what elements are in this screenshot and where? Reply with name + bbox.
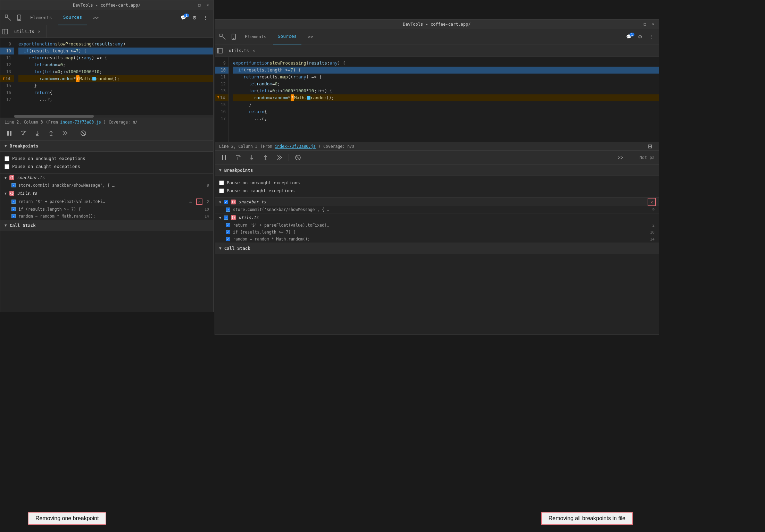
step-btn-right[interactable] <box>275 153 284 162</box>
bp-checkbox-utils-2-right[interactable] <box>226 230 230 234</box>
bp-item-snackbar-1-right: store.commit('snackbar/showMessage', { …… <box>215 206 659 213</box>
pause-resume-btn-right[interactable] <box>219 153 229 162</box>
breakpoints-header-left[interactable]: ▼ Breakpoints <box>0 141 213 152</box>
annotation-removing-all: Removing all breakpoints in file <box>541 512 633 525</box>
settings-btn-left[interactable]: ⚙ <box>190 13 199 23</box>
pause-caught-row-right: Pause on caught exceptions <box>219 187 655 195</box>
tab-more-left[interactable]: >> <box>88 10 103 25</box>
devtools-window-left: DevTools - coffee-cart.app/ − □ × Elemen… <box>0 0 214 312</box>
bp-file-header-utils-right[interactable]: ▼ {} utils.ts <box>215 213 659 222</box>
deactivate-breakpoints-btn-right[interactable] <box>293 153 303 162</box>
coverage-right: Coverage: n/a <box>323 144 355 149</box>
pause-caught-label-left: Pause on caught exceptions <box>12 164 80 169</box>
bp-item-utils-2-right: if (results.length >= 7) { 10 <box>215 229 659 236</box>
edit-bp-btn-left[interactable]: ✏ <box>189 199 193 204</box>
code-area-right: 9 10 11 12 13 ? 14 15 16 17 export funct… <box>215 57 659 142</box>
inspect-element-btn[interactable] <box>3 13 13 23</box>
utils-file-icon-left: {} <box>9 191 14 196</box>
file-tab-close-left[interactable]: × <box>36 29 42 34</box>
bp-checkbox-snackbar-1-left[interactable] <box>11 183 16 187</box>
bp-checkbox-utils-file-right[interactable] <box>224 216 228 220</box>
bp-checkbox-utils-1-left[interactable] <box>11 200 16 204</box>
tab-elements-left[interactable]: Elements <box>25 10 57 25</box>
maximize-btn-left[interactable]: □ <box>197 2 202 8</box>
step-btn-left[interactable] <box>60 128 70 138</box>
console-btn-right[interactable]: 💬 1 <box>624 32 634 42</box>
file-tab-utils-left[interactable]: utils.ts × <box>10 25 47 38</box>
bp-checkbox-snackbar-1-right[interactable] <box>226 208 230 212</box>
bp-checkbox-utils-3-left[interactable] <box>11 214 16 218</box>
tab-elements-right[interactable]: Elements <box>240 29 272 44</box>
bp-line-snackbar-1-right: 9 <box>652 208 655 212</box>
bp-group-utils-right: ▼ {} utils.ts return '$' + parseFloat(va… <box>215 213 659 243</box>
pause-caught-checkbox-left[interactable] <box>5 164 9 169</box>
bp-checkbox-snackbar-file-right[interactable] <box>224 200 228 204</box>
bp-checkbox-utils-1-right[interactable] <box>226 223 230 227</box>
step-into-btn-left[interactable] <box>32 128 42 138</box>
breakpoints-header-right[interactable]: ▼ Breakpoints <box>215 165 659 176</box>
deactivate-breakpoints-btn-left[interactable] <box>78 128 88 138</box>
step-over-btn-left[interactable] <box>18 128 28 138</box>
maximize-btn-right[interactable]: □ <box>642 22 648 27</box>
pause-uncaught-label-left: Pause on uncaught exceptions <box>12 156 85 161</box>
drawer-toggle-right[interactable]: ⊞ <box>645 142 655 151</box>
step-out-btn-left[interactable] <box>46 128 56 138</box>
device-toggle-btn-right[interactable] <box>229 32 239 42</box>
debug-separator-right <box>289 154 289 161</box>
step-into-btn-right[interactable] <box>247 153 257 162</box>
minimize-btn-left[interactable]: − <box>188 2 194 8</box>
bp-checkbox-utils-2-left[interactable] <box>11 207 16 211</box>
sidebar-toggle-right[interactable] <box>215 46 225 56</box>
scrollbar-left[interactable] <box>14 115 213 118</box>
close-btn-left[interactable]: × <box>205 2 210 8</box>
status-bar-right: Line 2, Column 3 (From index-73f73a80.js… <box>215 142 659 150</box>
cursor-position-left: Line 2, Column 3 <box>5 120 43 125</box>
bp-checkbox-utils-3-right[interactable] <box>226 237 230 241</box>
bp-file-header-snackbar-left[interactable]: ▼ {} snackbar.ts <box>0 174 213 182</box>
remove-all-bp-btn-right[interactable]: ✕ <box>648 198 656 206</box>
bp-file-header-snackbar-right[interactable]: ▼ {} snackbar.ts ✕ <box>215 198 659 206</box>
pause-uncaught-checkbox-right[interactable] <box>219 180 224 185</box>
source-link-right[interactable]: index-73f73a80.js <box>275 144 316 149</box>
minimize-btn-right[interactable]: − <box>634 22 639 27</box>
step-out-btn-right[interactable] <box>261 153 271 162</box>
bottom-panel-right: ▼ Breakpoints Pause on uncaught exceptio… <box>215 165 659 335</box>
tab-sources-left[interactable]: Sources <box>58 10 87 25</box>
utils-filename-right: utils.ts <box>239 215 259 220</box>
sidebar-toggle-left[interactable] <box>0 27 10 36</box>
annotation-removing-one: Removing one breakpoint <box>28 512 106 525</box>
device-toggle-btn[interactable] <box>14 13 24 23</box>
tab-sources-right[interactable]: Sources <box>273 29 302 44</box>
utils-filename-left: utils.ts <box>17 191 37 196</box>
bp-group-snackbar-right: ▼ {} snackbar.ts ✕ store.commit('snackba… <box>215 198 659 213</box>
inspect-element-btn-right[interactable] <box>218 32 227 42</box>
close-btn-right[interactable]: × <box>650 22 656 27</box>
settings-btn-right[interactable]: ⚙ <box>635 32 645 42</box>
bp-file-header-utils-left[interactable]: ▼ {} utils.ts <box>0 189 213 197</box>
step-over-btn-right[interactable] <box>233 153 243 162</box>
file-tab-utils-right[interactable]: utils.ts × <box>225 44 261 57</box>
remove-one-bp-btn-left[interactable]: ✕ <box>196 199 202 205</box>
pause-resume-btn-left[interactable] <box>5 128 14 138</box>
pause-uncaught-checkbox-left[interactable] <box>5 156 9 161</box>
svg-line-15 <box>82 132 85 135</box>
tab-more-right[interactable]: >> <box>303 29 318 44</box>
bp-item-utils-2-left: if (results.length >= 7) { 10 <box>0 206 213 213</box>
code-panel-left: 9 10 11 12 13 ? 14 15 16 17 export funct… <box>0 38 213 118</box>
bp-item-utils-1-right: return '$' + parseFloat(value).toFixed(…… <box>215 222 659 229</box>
pause-caught-row-left: Pause on caught exceptions <box>5 162 209 170</box>
source-link-left[interactable]: index-73f73a80.js <box>60 120 101 125</box>
breakpoint-options-left: Pause on uncaught exceptions Pause on ca… <box>0 152 213 174</box>
coverage-left: Coverage: n/ <box>109 120 138 125</box>
more-debug-btn-right[interactable]: >> <box>616 153 625 162</box>
svg-rect-6 <box>7 131 9 136</box>
svg-rect-22 <box>222 155 223 160</box>
file-tab-close-right[interactable]: × <box>251 48 257 53</box>
callstack-header-right[interactable]: ▼ Call Stack <box>215 243 659 254</box>
callstack-header-left[interactable]: ▼ Call Stack <box>0 220 213 231</box>
more-btn-right[interactable]: ⋮ <box>646 32 656 42</box>
more-btn-left[interactable]: ⋮ <box>201 13 210 23</box>
pause-caught-checkbox-right[interactable] <box>219 188 224 193</box>
line-numbers-left: 9 10 11 12 13 ? 14 15 16 17 <box>0 38 14 118</box>
console-btn-left[interactable]: 💬 1 <box>178 13 188 23</box>
